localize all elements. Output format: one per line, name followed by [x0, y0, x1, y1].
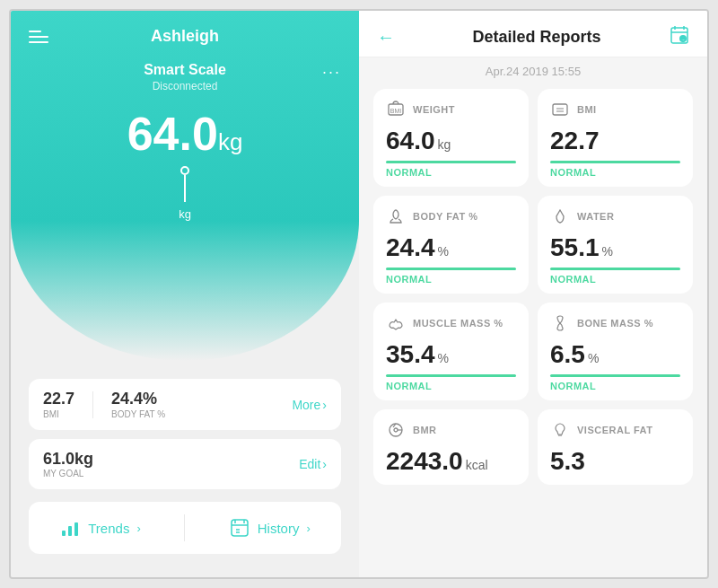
metric-value: 22.7: [550, 127, 600, 155]
bodyfat-stat: 24.4% BODY FAT %: [111, 390, 165, 419]
edit-arrow: ›: [322, 457, 327, 471]
device-status: Disconnected: [153, 80, 218, 92]
metric-card-water: WATER 55.1 % NORMAL: [538, 196, 693, 294]
more-button[interactable]: More ›: [292, 398, 327, 412]
report-date: Apr.24 2019 15:55: [359, 57, 707, 83]
metric-value: 6.5: [550, 340, 585, 369]
metric-title: BODY FAT %: [413, 211, 477, 222]
calendar-icon[interactable]: →: [670, 25, 689, 49]
metric-value-row: 55.1 %: [550, 233, 680, 262]
metric-value-row: 24.4 %: [386, 233, 516, 262]
bodyfat-label: BODY FAT %: [111, 409, 165, 419]
metric-title: BONE MASS %: [577, 318, 653, 329]
nav-row: Trends › Histo: [29, 502, 341, 554]
goal-label: MY GOAL: [43, 469, 93, 478]
metric-value-row: 2243.0 kcal: [386, 447, 516, 476]
history-label: History: [258, 521, 300, 536]
metric-header: BODY FAT %: [386, 206, 516, 226]
metric-icon-bone-mass-%: [550, 313, 570, 333]
edit-label: Edit: [299, 457, 320, 471]
metric-bar: [550, 374, 680, 377]
metric-value: 24.4: [386, 233, 435, 262]
stat-divider: [92, 391, 93, 418]
metric-header: WATER: [550, 206, 680, 226]
history-arrow: ›: [306, 522, 310, 535]
metric-value-row: 64.0 kg: [386, 127, 516, 155]
metric-status: NORMAL: [386, 167, 516, 178]
metric-bar: [386, 374, 516, 377]
back-button[interactable]: ←: [377, 27, 395, 48]
more-arrow: ›: [322, 398, 327, 412]
app-container: Ashleigh Smart Scale Disconnected ··· 64…: [9, 9, 709, 579]
metric-card-weight: BMI WEIGHT 64.0 kg NORMAL: [373, 89, 529, 187]
svg-rect-18: [68, 526, 72, 536]
metric-header: MUSCLE MASS %: [386, 313, 516, 333]
metric-status: NORMAL: [550, 381, 680, 391]
metric-value-row: 22.7: [550, 127, 680, 155]
gauge-container: kg: [95, 166, 275, 238]
device-name: Smart Scale: [144, 62, 226, 78]
right-title: Detailed Reports: [404, 28, 670, 47]
bmi-label: BMI: [43, 409, 59, 419]
bmi-stat: 22.7 BMI: [43, 390, 74, 419]
metric-status: NORMAL: [386, 381, 516, 391]
more-label: More: [292, 398, 320, 412]
stats-row: 22.7 BMI 24.4% BODY FAT % More ›: [29, 379, 341, 430]
svg-rect-20: [232, 520, 248, 536]
goal-info: 61.0kg MY GOAL: [43, 450, 93, 478]
metric-icon-muscle-mass-%: [386, 313, 406, 333]
metric-title: WEIGHT: [413, 104, 455, 115]
metric-card-body-fat-%: BODY FAT % 24.4 % NORMAL: [373, 196, 529, 294]
metric-card-bmr: BMR 2243.0 kcal: [373, 409, 529, 485]
metric-status: NORMAL: [386, 274, 516, 285]
svg-rect-19: [74, 522, 78, 536]
metric-title: BMI: [577, 104, 597, 115]
metric-value: 5.3: [550, 447, 585, 476]
left-top-gradient: Ashleigh Smart Scale Disconnected ··· 64…: [11, 11, 359, 361]
metric-title: VISCERAL FAT: [577, 425, 652, 435]
left-panel: Ashleigh Smart Scale Disconnected ··· 64…: [11, 11, 359, 577]
metric-value-row: 6.5 %: [550, 340, 680, 369]
metric-status: NORMAL: [550, 167, 680, 178]
trends-icon: [59, 517, 81, 539]
gauge-needle-circle: [180, 166, 189, 175]
left-bottom: 22.7 BMI 24.4% BODY FAT % More › 61.0kg …: [11, 370, 359, 563]
metric-header: BMR: [386, 420, 516, 440]
metrics-grid: BMI WEIGHT 64.0 kg NORMAL BMI 22.7 NORMA…: [359, 83, 707, 499]
metric-icon-water: [550, 206, 570, 226]
metric-bar: [550, 161, 680, 163]
metric-unit: %: [602, 244, 613, 259]
trends-nav-item[interactable]: Trends ›: [59, 514, 140, 541]
weight-value: 64.0: [127, 108, 218, 160]
history-nav-item[interactable]: History ›: [229, 514, 311, 541]
metric-header: BONE MASS %: [550, 313, 680, 333]
metric-icon-visceral-fat: [550, 420, 570, 440]
weight-unit: kg: [218, 128, 242, 155]
metric-header: BMI WEIGHT: [386, 100, 516, 119]
metric-title: MUSCLE MASS %: [413, 318, 503, 329]
metric-value-row: 5.3: [550, 447, 680, 476]
nav-separator: [184, 514, 185, 541]
svg-text:BMI: BMI: [390, 108, 402, 114]
weight-display: 64.0kg: [127, 110, 243, 157]
metric-icon-weight: BMI: [386, 100, 406, 119]
metric-unit: %: [438, 351, 449, 365]
metric-unit: kg: [438, 137, 451, 152]
metric-header: VISCERAL FAT: [550, 420, 680, 440]
right-panel: ← Detailed Reports → Apr.24 2019 15:55 B…: [359, 11, 707, 577]
menu-icon[interactable]: [29, 31, 48, 43]
edit-button[interactable]: Edit ›: [299, 457, 327, 471]
metric-title: BMR: [413, 425, 437, 435]
metric-header: BMI: [550, 100, 680, 119]
metric-card-muscle-mass-%: MUSCLE MASS % 35.4 % NORMAL: [373, 303, 529, 400]
trends-arrow: ›: [136, 522, 140, 535]
metric-icon-bmi: [550, 100, 570, 119]
metric-value: 64.0: [386, 127, 435, 155]
device-more-button[interactable]: ···: [322, 63, 341, 82]
metric-bar: [386, 268, 516, 270]
metric-icon-body-fat-%: [386, 206, 406, 226]
svg-rect-34: [553, 104, 567, 115]
metric-bar: [550, 268, 680, 270]
metric-card-visceral-fat: VISCERAL FAT 5.3: [538, 409, 693, 485]
metric-title: WATER: [577, 211, 614, 222]
